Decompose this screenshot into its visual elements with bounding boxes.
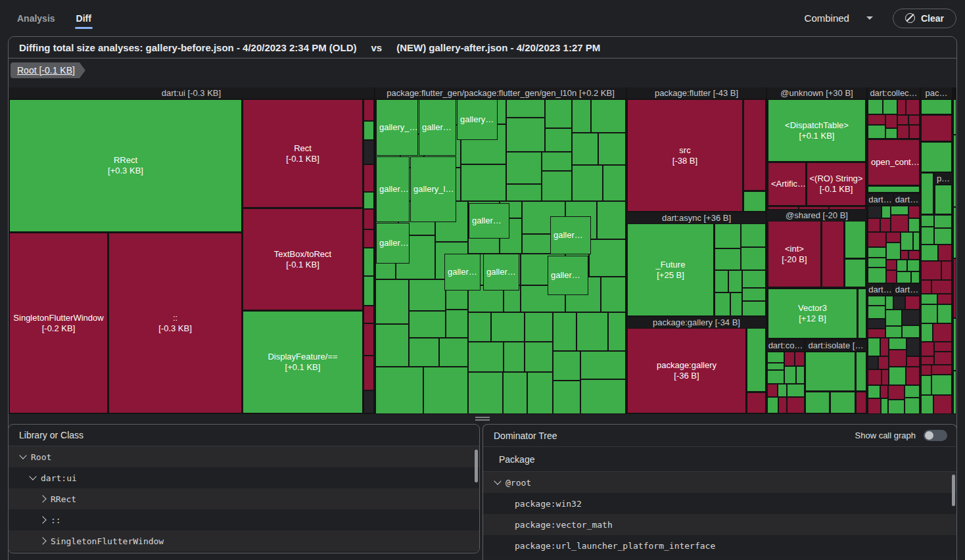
treemap-cell[interactable] bbox=[767, 397, 778, 413]
show-call-graph-toggle[interactable] bbox=[924, 430, 947, 441]
treemap-cell[interactable] bbox=[598, 133, 626, 165]
treemap-cell[interactable] bbox=[908, 206, 920, 218]
treemap-cell[interactable] bbox=[934, 228, 952, 245]
treemap-cell[interactable] bbox=[934, 342, 952, 352]
treemap-section-header[interactable]: dart… bbox=[868, 284, 893, 295]
treemap-cell[interactable] bbox=[908, 115, 920, 125]
treemap-cell[interactable] bbox=[953, 135, 956, 207]
treemap-cell[interactable] bbox=[545, 99, 572, 128]
treemap-cell[interactable] bbox=[364, 323, 374, 356]
treemap-cell[interactable] bbox=[893, 296, 905, 310]
treemap-cell[interactable] bbox=[868, 268, 886, 283]
treemap-cell[interactable] bbox=[572, 99, 591, 133]
treemap-cell[interactable] bbox=[868, 296, 885, 306]
treemap-cell[interactable] bbox=[868, 385, 880, 398]
treemap-cell[interactable] bbox=[577, 312, 608, 351]
treemap-cell[interactable] bbox=[901, 232, 913, 250]
treemap-cell[interactable] bbox=[891, 206, 908, 215]
treemap-cell[interactable]: galler… bbox=[444, 254, 481, 291]
treemap-cell[interactable] bbox=[868, 306, 885, 319]
treemap-cell[interactable] bbox=[889, 367, 906, 385]
treemap-cell[interactable] bbox=[909, 125, 920, 139]
treemap-cell[interactable] bbox=[868, 218, 880, 232]
treemap-cell[interactable] bbox=[868, 99, 883, 114]
treemap-cell[interactable] bbox=[858, 289, 866, 338]
treemap-cell[interactable] bbox=[953, 99, 956, 135]
treemap-cell[interactable] bbox=[902, 325, 920, 338]
treemap-cell[interactable] bbox=[921, 323, 933, 342]
treemap-cell[interactable]: galler… bbox=[548, 256, 588, 295]
breadcrumb-root-chip[interactable]: Root [-0.1 KB] bbox=[11, 62, 85, 78]
treemap-cell[interactable] bbox=[364, 121, 374, 140]
treemap-section-header[interactable]: dart:ui [-0.3 KB] bbox=[9, 87, 374, 99]
treemap-cell[interactable] bbox=[491, 312, 525, 342]
treemap-cell[interactable] bbox=[364, 192, 374, 209]
treemap-cell[interactable] bbox=[423, 367, 468, 414]
treemap-cell[interactable] bbox=[931, 365, 952, 375]
treemap-cell[interactable] bbox=[767, 370, 784, 384]
treemap-cell[interactable] bbox=[364, 164, 374, 192]
treemap-cell[interactable] bbox=[897, 115, 908, 125]
treemap-cell[interactable] bbox=[868, 232, 886, 247]
treemap-cell[interactable] bbox=[953, 318, 956, 371]
treemap-cell[interactable] bbox=[747, 392, 766, 413]
treemap-cell[interactable] bbox=[921, 215, 934, 227]
treemap-cell[interactable] bbox=[889, 338, 906, 350]
treemap-cell[interactable]: gallery… bbox=[457, 99, 498, 140]
treemap-cell[interactable] bbox=[921, 245, 938, 261]
tree-row[interactable]: dart:ui bbox=[9, 467, 479, 488]
treemap-section-header[interactable]: dart… bbox=[868, 194, 893, 205]
tree-row[interactable]: package:url_launcher_platform_interface bbox=[483, 535, 956, 556]
tree-row[interactable]: @root bbox=[483, 472, 956, 493]
treemap-cell[interactable] bbox=[805, 352, 855, 391]
splitter-handle[interactable] bbox=[475, 417, 490, 421]
treemap-cell[interactable] bbox=[934, 352, 952, 365]
tree-row[interactable]: Root bbox=[9, 446, 479, 467]
chevron-down-icon[interactable] bbox=[866, 16, 873, 20]
treemap-cell[interactable] bbox=[913, 232, 920, 250]
treemap-cell[interactable] bbox=[553, 351, 580, 381]
treemap-cell[interactable] bbox=[856, 392, 866, 413]
treemap-cell[interactable] bbox=[921, 395, 933, 414]
treemap-cell[interactable] bbox=[364, 140, 374, 164]
treemap-cell[interactable] bbox=[888, 385, 905, 400]
treemap-cell[interactable] bbox=[580, 351, 626, 379]
treemap-cell[interactable] bbox=[897, 260, 907, 271]
combined-dropdown[interactable]: Combined bbox=[805, 12, 849, 24]
treemap-cell[interactable] bbox=[953, 207, 956, 258]
treemap-cell[interactable]: _Future[+25 B] bbox=[627, 223, 714, 316]
treemap-cell[interactable] bbox=[905, 385, 920, 398]
treemap-cell[interactable] bbox=[787, 384, 805, 397]
treemap-cell[interactable] bbox=[889, 350, 906, 367]
treemap-cell[interactable] bbox=[767, 363, 784, 370]
treemap-section-header[interactable]: package:flutter [-43 B] bbox=[627, 87, 766, 99]
treemap-cell[interactable] bbox=[868, 338, 880, 356]
treemap-section-header[interactable]: dart:isolate [… bbox=[805, 340, 866, 351]
treemap-cell[interactable] bbox=[880, 218, 891, 232]
treemap-cell[interactable] bbox=[885, 326, 902, 338]
treemap-cell[interactable] bbox=[921, 142, 952, 172]
treemap-cell[interactable] bbox=[933, 395, 952, 414]
treemap-cell[interactable] bbox=[868, 356, 878, 369]
treemap-cell[interactable]: gallery_… bbox=[376, 99, 418, 156]
treemap-cell[interactable] bbox=[364, 356, 374, 390]
treemap-cell[interactable] bbox=[931, 280, 952, 294]
treemap-cell[interactable] bbox=[921, 304, 937, 323]
treemap-cell[interactable] bbox=[364, 209, 374, 229]
treemap-cell[interactable] bbox=[527, 372, 553, 414]
treemap-cell[interactable] bbox=[409, 279, 446, 311]
treemap-cell[interactable] bbox=[822, 221, 844, 287]
treemap-cell[interactable] bbox=[882, 369, 889, 385]
treemap-cell[interactable] bbox=[504, 342, 525, 372]
treemap-cell[interactable] bbox=[886, 243, 901, 260]
treemap-cell[interactable] bbox=[868, 186, 920, 193]
treemap-cell[interactable]: <(RO) String>[-0.1 KB] bbox=[807, 162, 866, 206]
treemap-cell[interactable] bbox=[741, 247, 766, 270]
treemap-cell[interactable] bbox=[845, 259, 866, 287]
treemap-cell[interactable] bbox=[743, 99, 766, 191]
treemap-cell[interactable] bbox=[572, 133, 598, 165]
treemap-cell[interactable] bbox=[730, 292, 742, 316]
treemap-cell[interactable] bbox=[921, 99, 952, 114]
treemap-cell[interactable] bbox=[937, 294, 952, 304]
treemap-cell[interactable] bbox=[885, 296, 893, 310]
